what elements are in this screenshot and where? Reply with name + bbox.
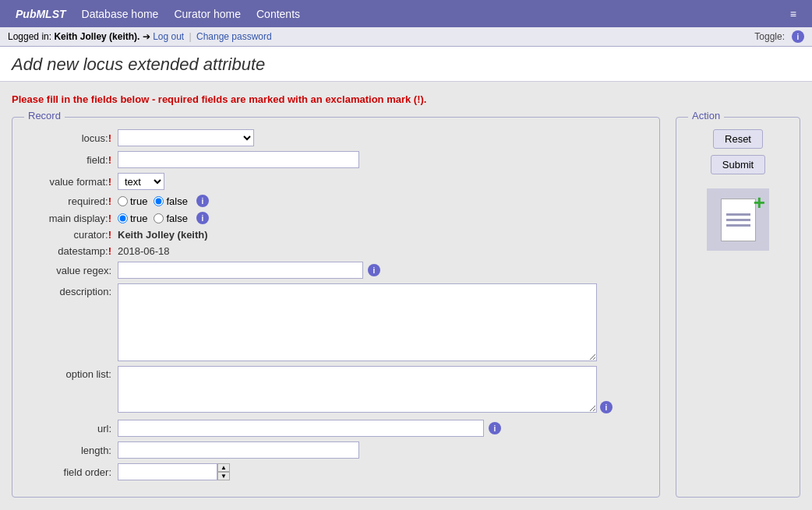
login-bar: Logged in: Keith Jolley (keith). ➔ Log o… bbox=[0, 27, 812, 47]
description-textarea[interactable] bbox=[118, 283, 597, 361]
locus-required-mark: ! bbox=[108, 132, 111, 144]
top-navigation: PubMLST Database home Curator home Conte… bbox=[0, 0, 812, 27]
curator-value: Keith Jolley (keith) bbox=[118, 229, 208, 241]
main-display-label: main display:! bbox=[24, 213, 118, 224]
value-format-select[interactable]: text integer float date boolean bbox=[118, 173, 164, 190]
required-false-radio[interactable] bbox=[154, 196, 164, 206]
logged-in-prefix: Logged in: bbox=[8, 31, 51, 42]
option-list-label: option list: bbox=[24, 366, 118, 380]
url-input[interactable] bbox=[118, 420, 484, 437]
hamburger-icon[interactable]: ≡ bbox=[782, 2, 804, 26]
record-section: Record locus:! field:! value format:! bbox=[12, 117, 660, 498]
page-title: Add new locus extended attribute bbox=[12, 55, 800, 75]
option-list-info-icon[interactable]: i bbox=[600, 401, 613, 413]
required-true-text: true bbox=[130, 195, 147, 207]
doc-line-3 bbox=[726, 224, 750, 227]
field-order-spinner-container: ▲ ▼ bbox=[118, 463, 230, 480]
datestamp-required-mark: ! bbox=[108, 245, 111, 257]
field-order-row: field order: ▲ ▼ bbox=[24, 463, 648, 480]
spinner-up-button[interactable]: ▲ bbox=[217, 463, 230, 472]
value-regex-info-icon[interactable]: i bbox=[368, 264, 380, 276]
doc-line-2 bbox=[726, 219, 750, 221]
field-order-label: field order: bbox=[24, 466, 118, 478]
nav-curator-home[interactable]: Curator home bbox=[166, 2, 249, 26]
field-label: field:! bbox=[24, 154, 118, 166]
option-list-textarea[interactable] bbox=[118, 366, 597, 413]
change-password-link[interactable]: Change password bbox=[196, 31, 272, 42]
field-row: field:! bbox=[24, 151, 648, 168]
required-false-label[interactable]: false bbox=[154, 195, 187, 207]
option-list-container: i bbox=[118, 366, 597, 415]
toggle-info-icon[interactable]: i bbox=[792, 30, 804, 43]
field-required-mark: ! bbox=[108, 154, 111, 166]
field-input[interactable] bbox=[118, 151, 359, 168]
curator-row: curator:! Keith Jolley (keith) bbox=[24, 229, 648, 241]
login-info: Logged in: Keith Jolley (keith). ➔ Log o… bbox=[8, 31, 272, 42]
url-label: url: bbox=[24, 423, 118, 434]
required-row: required:! true false i bbox=[24, 195, 648, 207]
value-regex-label: value regex: bbox=[24, 265, 118, 276]
length-label: length: bbox=[24, 445, 118, 456]
field-order-input[interactable] bbox=[118, 463, 217, 480]
description-label: description: bbox=[24, 283, 118, 297]
option-list-row: option list: i bbox=[24, 366, 648, 415]
action-section-label: Action bbox=[688, 110, 724, 121]
required-true-label[interactable]: true bbox=[118, 195, 147, 207]
curator-required-mark: ! bbox=[108, 229, 111, 241]
required-true-radio[interactable] bbox=[118, 196, 128, 206]
record-section-label: Record bbox=[24, 110, 65, 121]
description-row: description: bbox=[24, 283, 648, 361]
main-display-row: main display:! true false i bbox=[24, 212, 648, 224]
url-row: url: i bbox=[24, 420, 648, 437]
logged-in-user: Keith Jolley (keith). bbox=[54, 31, 139, 42]
plus-icon: + bbox=[754, 192, 765, 213]
locus-select[interactable] bbox=[118, 129, 254, 146]
brand-logo[interactable]: PubMLST bbox=[8, 2, 74, 26]
logout-link[interactable]: Log out bbox=[153, 31, 184, 42]
nav-database-home[interactable]: Database home bbox=[74, 2, 167, 26]
required-false-text: false bbox=[166, 195, 187, 207]
main-display-required-mark: ! bbox=[108, 213, 111, 224]
main-display-true-text: true bbox=[130, 213, 147, 224]
main-display-true-radio[interactable] bbox=[118, 213, 128, 223]
document-icon bbox=[721, 199, 756, 241]
arrow-icon: ➔ bbox=[143, 31, 150, 42]
datestamp-value: 2018-06-18 bbox=[118, 245, 170, 257]
instruction-text: Please fill in the fields below - requir… bbox=[12, 93, 426, 105]
spinner-down-button[interactable]: ▼ bbox=[217, 472, 230, 480]
required-required-mark: ! bbox=[108, 195, 111, 207]
main-content: Please fill in the fields below - requir… bbox=[0, 82, 812, 510]
form-container: Record locus:! field:! value format:! bbox=[12, 117, 800, 498]
required-radio-group: true false i bbox=[118, 195, 209, 207]
length-row: length: bbox=[24, 441, 648, 459]
add-record-icon: + bbox=[707, 188, 769, 251]
main-display-false-text: false bbox=[166, 213, 187, 224]
main-display-true-label[interactable]: true bbox=[118, 213, 147, 224]
spinner-buttons: ▲ ▼ bbox=[217, 463, 230, 480]
value-format-required-mark: ! bbox=[108, 176, 111, 188]
required-info-icon[interactable]: i bbox=[196, 195, 209, 207]
main-display-false-label[interactable]: false bbox=[154, 213, 187, 224]
curator-label: curator:! bbox=[24, 229, 118, 241]
instruction-message: Please fill in the fields below - requir… bbox=[12, 93, 800, 105]
required-label: required:! bbox=[24, 195, 118, 207]
main-display-false-radio[interactable] bbox=[154, 213, 164, 223]
toggle-area: Toggle: i bbox=[754, 30, 804, 43]
value-format-row: value format:! text integer float date b… bbox=[24, 173, 648, 190]
url-info-icon[interactable]: i bbox=[489, 422, 501, 434]
page-title-area: Add new locus extended attribute bbox=[0, 47, 812, 82]
value-regex-input[interactable] bbox=[118, 262, 363, 279]
locus-label: locus:! bbox=[24, 132, 118, 144]
submit-button[interactable]: Submit bbox=[711, 155, 765, 174]
datestamp-row: datestamp:! 2018-06-18 bbox=[24, 245, 648, 257]
value-format-label: value format:! bbox=[24, 176, 118, 188]
reset-button[interactable]: Reset bbox=[713, 129, 763, 149]
length-input[interactable] bbox=[118, 441, 359, 459]
datestamp-label: datestamp:! bbox=[24, 245, 118, 257]
action-section: Action Reset Submit + bbox=[676, 117, 800, 498]
nav-contents[interactable]: Contents bbox=[249, 2, 308, 26]
toggle-label: Toggle: bbox=[754, 31, 785, 42]
main-display-info-icon[interactable]: i bbox=[196, 212, 209, 224]
doc-line-1 bbox=[726, 213, 750, 216]
main-display-radio-group: true false i bbox=[118, 212, 209, 224]
